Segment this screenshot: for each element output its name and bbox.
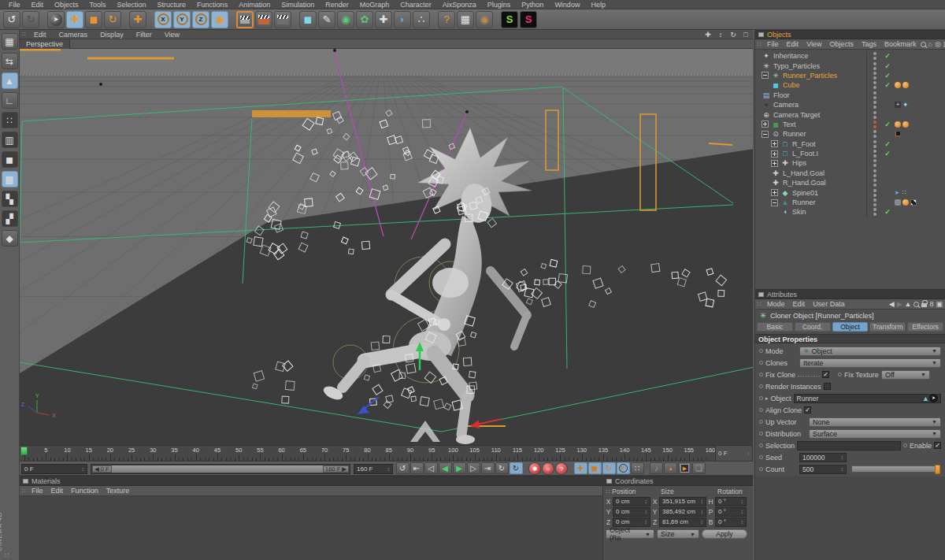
next-key-button[interactable]: ▷ <box>467 462 480 474</box>
objects-menu-item[interactable]: File <box>763 40 783 48</box>
visibility-toggles[interactable] <box>866 178 882 187</box>
size-field[interactable]: 351,915 cm↕ <box>659 497 706 506</box>
enable-check[interactable]: ✓ <box>882 150 893 158</box>
object-tree-row[interactable]: ◼ Text ✓ <box>755 120 945 129</box>
visibility-dots-icon[interactable] <box>873 208 876 216</box>
visibility-toggles[interactable] <box>866 51 882 61</box>
anim-dot-icon[interactable] <box>759 384 763 388</box>
menu-item[interactable]: File <box>3 1 26 9</box>
menu-item[interactable]: Help <box>585 1 611 9</box>
visibility-dots-icon[interactable] <box>873 140 876 148</box>
texture-axis-icon[interactable]: ▞ <box>2 210 18 227</box>
sound-button[interactable]: ♪ <box>650 462 663 474</box>
materials-menu-item[interactable]: Function <box>67 487 102 495</box>
expander-icon[interactable] <box>762 121 769 128</box>
visibility-toggles[interactable] <box>866 61 882 70</box>
pan-view-icon[interactable]: ✚ <box>703 31 713 39</box>
count-slider-handle[interactable] <box>935 465 940 474</box>
anim-dot-icon[interactable] <box>759 432 763 436</box>
coordinates-title-bar[interactable]: Coordinates <box>603 477 753 486</box>
stepper-icon[interactable]: ↕ <box>741 519 744 525</box>
help-icon[interactable]: ? <box>438 11 455 28</box>
mode-dropdown[interactable]: ✳Object▼ <box>799 347 941 356</box>
enable-check[interactable]: ✓ <box>882 140 893 148</box>
enable-check[interactable]: ✓ <box>882 72 893 80</box>
viewport-menu-item[interactable]: Display <box>94 31 130 39</box>
render-picture-viewer-icon[interactable] <box>255 11 272 28</box>
object-tree-row[interactable]: ▲ Runner <box>755 198 945 207</box>
edges-mode-icon[interactable]: ▥ <box>2 132 18 148</box>
attributes-title-bar[interactable]: Attributes <box>755 290 945 299</box>
frame-end-box[interactable]: 0 F ↕ <box>715 445 753 462</box>
visibility-dots-icon[interactable] <box>873 52 876 60</box>
tag-icon[interactable] <box>895 199 901 206</box>
visibility-toggles[interactable] <box>866 139 882 149</box>
enable-check[interactable]: ✓ <box>882 62 893 70</box>
undo-icon[interactable]: ↺ <box>3 11 20 28</box>
play-backwards-button[interactable]: ◀ <box>439 462 452 474</box>
align-clone-checkbox[interactable]: ✓ <box>804 406 811 414</box>
cycle-button[interactable]: ↻ <box>495 462 509 474</box>
tag-icon[interactable] <box>895 131 901 137</box>
menu-item[interactable]: Animation <box>233 1 276 9</box>
generator-icon[interactable]: ◉ <box>337 11 354 28</box>
browser-icon[interactable]: ◉ <box>476 11 493 28</box>
visibility-dots-icon[interactable] <box>873 130 876 138</box>
expander-icon[interactable] <box>762 131 769 138</box>
x-axis-lock-icon[interactable]: X <box>154 11 172 28</box>
object-tree-row[interactable]: ✚ R_Hand.Goal <box>755 178 945 187</box>
preview-range-button[interactable]: ↺ <box>396 462 410 474</box>
anim-dot-icon[interactable] <box>759 349 763 353</box>
visibility-toggles[interactable] <box>866 100 882 109</box>
objects-menu-item[interactable]: Bookmark <box>880 40 921 48</box>
particles-icon[interactable]: ∴ <box>413 11 430 28</box>
menu-item[interactable]: Functions <box>191 1 233 9</box>
stepper-icon[interactable]: ↕ <box>387 466 391 472</box>
position-field[interactable]: 0 cm↕ <box>613 507 650 517</box>
render-view-icon[interactable] <box>236 11 254 28</box>
visibility-toggles[interactable] <box>866 149 882 158</box>
expander-icon[interactable] <box>771 140 778 147</box>
visibility-dots-icon[interactable] <box>873 101 876 109</box>
stepper-icon[interactable]: ↕ <box>645 519 648 525</box>
viewport-menu-item[interactable]: Filter <box>130 31 158 39</box>
tag-icon[interactable] <box>895 121 901 128</box>
materials-menu-item[interactable]: File <box>28 487 47 495</box>
attribute-tab[interactable]: Object <box>832 322 869 332</box>
search-icon[interactable] <box>914 302 919 307</box>
stepper-icon[interactable]: ↕ <box>747 451 750 456</box>
visibility-toggles[interactable] <box>866 129 882 139</box>
attribute-tab[interactable]: Basic <box>757 322 793 332</box>
pick-object-icon[interactable]: ➤ <box>929 394 938 402</box>
key-scale-button[interactable]: ◼ <box>588 462 602 474</box>
object-tree-row[interactable]: ⊕ Camera Target <box>755 109 945 119</box>
attribute-tab[interactable]: Effectors <box>907 322 943 332</box>
snap-icon[interactable]: ◆ <box>2 230 18 247</box>
visibility-dots-icon[interactable] <box>873 150 876 158</box>
visibility-dots-icon[interactable] <box>873 72 876 80</box>
position-field[interactable]: 0 cm↕ <box>613 517 650 527</box>
render-instances-checkbox[interactable] <box>824 383 831 390</box>
enable-check[interactable]: ✓ <box>882 81 893 89</box>
spline-pen-icon[interactable]: ✎ <box>318 11 335 28</box>
history-forward-icon[interactable]: ▶ <box>897 300 902 308</box>
menu-item[interactable]: Simulation <box>276 1 320 9</box>
y-axis-lock-icon[interactable]: Y <box>173 11 191 28</box>
previous-key-button[interactable]: ◁ <box>424 462 438 474</box>
workplane-icon[interactable]: ▚ <box>2 191 18 207</box>
anim-dot-icon[interactable] <box>903 443 907 447</box>
visibility-toggles[interactable] <box>866 169 882 178</box>
record-keyframe-button[interactable]: ✱ <box>528 462 541 475</box>
orbit-view-icon[interactable]: ↻ <box>728 31 738 39</box>
visibility-dots-icon[interactable] <box>873 159 876 167</box>
home-icon[interactable]: ⌂ <box>928 40 932 48</box>
visibility-dots-icon[interactable] <box>873 169 876 177</box>
redo-icon[interactable]: ↻ <box>22 11 39 28</box>
make-editable-icon[interactable]: ⇆ <box>2 53 18 69</box>
rotation-field[interactable]: 0 °↕ <box>715 517 747 527</box>
anim-dot-icon[interactable] <box>759 443 763 447</box>
attributes-menu-item[interactable]: User Data <box>809 300 849 308</box>
visibility-toggles[interactable] <box>866 198 882 207</box>
stepper-icon[interactable]: ↕ <box>741 509 744 514</box>
visibility-dots-icon[interactable] <box>873 121 876 128</box>
